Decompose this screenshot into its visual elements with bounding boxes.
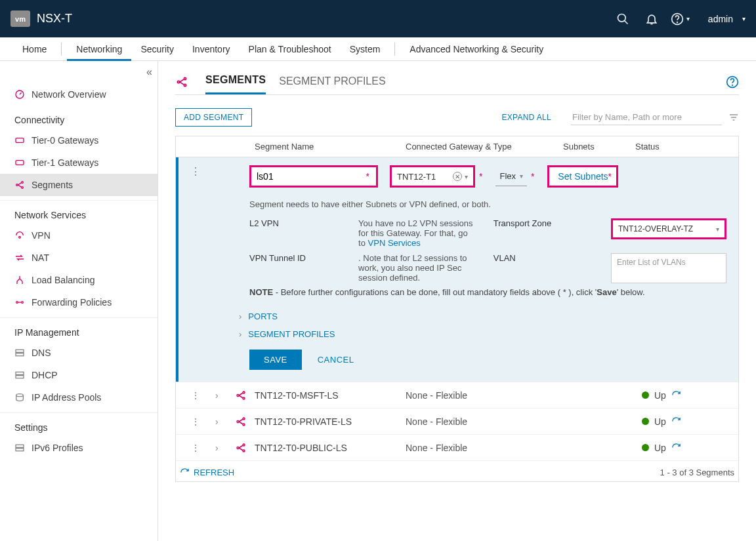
svg-point-8 (22, 182, 24, 184)
l2vpn-label: L2 VPN (249, 218, 339, 248)
sidebar-ip-pools[interactable]: IP Address Pools (0, 386, 158, 409)
nav-advanced[interactable]: Advanced Networking & Security (400, 37, 553, 61)
vlan-input[interactable]: Enter List of VLANs (611, 253, 726, 283)
transport-zone-dropdown[interactable]: TNT12-OVERLAY-TZ ▾ (611, 218, 726, 239)
svg-rect-6 (16, 161, 24, 165)
sidebar-item-label: VPN (32, 230, 51, 241)
row-gateway: None - Flexible (406, 416, 642, 427)
sidebar-group-connectivity: Connectivity (0, 106, 158, 129)
sidebar-nat[interactable]: NAT (0, 247, 158, 269)
bell-icon[interactable] (641, 9, 662, 30)
status-dot-icon (642, 391, 649, 399)
nav-networking[interactable]: Networking (67, 37, 131, 61)
row-actions-icon[interactable]: ⋮ (191, 416, 200, 427)
product-name: NSX-T (37, 12, 72, 26)
l2vpn-text: You have no L2 VPN sessions for this Gat… (358, 218, 474, 248)
sidebar-forwarding-policies[interactable]: Forwarding Policies (0, 291, 158, 313)
clear-gateway-icon[interactable]: ✕ (453, 172, 462, 181)
sidebar-tier0[interactable]: Tier-0 Gateways (0, 129, 158, 151)
svg-rect-13 (16, 350, 24, 352)
nav-home[interactable]: Home (13, 37, 56, 61)
row-expand-icon[interactable]: › (215, 390, 235, 401)
svg-point-35 (243, 444, 245, 446)
row-refresh-icon[interactable] (671, 443, 681, 452)
row-expand-icon[interactable]: › (215, 443, 235, 453)
sidebar-ipv6-profiles[interactable]: IPv6 Profiles (0, 437, 158, 459)
row-expand-icon[interactable]: › (215, 416, 235, 427)
col-status: Status (635, 142, 660, 151)
search-icon[interactable] (612, 9, 633, 30)
help-icon[interactable]: ▾ (670, 9, 691, 30)
nav-inventory[interactable]: Inventory (183, 37, 240, 61)
gateway-dropdown[interactable]: TNT12-T1 ✕ ▾ (390, 165, 475, 188)
sidebar-tier1[interactable]: Tier-1 Gateways (0, 151, 158, 174)
row-refresh-icon[interactable] (671, 416, 681, 426)
segment-profiles-expander[interactable]: ›SEGMENT PROFILES (239, 325, 726, 343)
filter-icon[interactable] (728, 112, 739, 123)
loadbalance-icon (14, 275, 25, 285)
sidebar-network-overview[interactable]: Network Overview (0, 83, 158, 106)
sidebar-load-balancing[interactable]: Load Balancing (0, 269, 158, 291)
svg-point-7 (16, 184, 18, 186)
type-dropdown[interactable]: Flex ▾ (495, 167, 527, 186)
row-status: Up (654, 416, 666, 427)
segments-icon (175, 75, 192, 94)
sidebar-collapse-icon[interactable]: « (146, 66, 152, 78)
row-refresh-icon[interactable] (671, 390, 681, 400)
refresh-button[interactable]: REFRESH (180, 468, 234, 477)
sidebar: « Network Overview Connectivity Tier-0 G… (0, 61, 158, 541)
chevron-down-icon: ▾ (465, 173, 468, 180)
content-tabs: SEGMENTS SEGMENT PROFILES (175, 74, 739, 95)
sidebar-item-label: Segments (32, 180, 73, 190)
sidebar-segments[interactable]: Segments (0, 174, 158, 196)
row-segment-name: TNT12-T0-PRIVATE-LS (255, 416, 406, 427)
table-header: Segment Name Connected Gateway & Type Su… (176, 136, 738, 157)
row-gateway: None - Flexible (406, 443, 642, 453)
add-segment-button[interactable]: ADD SEGMENT (175, 108, 252, 127)
svg-rect-18 (16, 445, 24, 447)
app-header: vm NSX-T ▾ admin ▾ (0, 0, 756, 37)
expand-all-link[interactable]: EXPAND ALL (502, 113, 551, 122)
segment-name-input[interactable] (257, 171, 362, 182)
svg-point-3 (677, 22, 678, 22)
row-gateway: None - Flexible (406, 390, 642, 401)
forwarding-icon (14, 297, 25, 308)
nav-security[interactable]: Security (131, 37, 183, 61)
row-actions-icon[interactable]: ⋮ (191, 390, 200, 401)
save-button[interactable]: SAVE (249, 350, 302, 370)
row-actions-icon[interactable]: ⋮ (191, 443, 200, 453)
svg-point-33 (243, 424, 245, 426)
svg-rect-19 (16, 449, 24, 451)
svg-point-10 (19, 236, 21, 238)
user-menu[interactable]: admin ▾ (708, 14, 746, 24)
tab-segment-profiles[interactable]: SEGMENT PROFILES (279, 75, 385, 94)
nav-plan[interactable]: Plan & Troubleshoot (240, 37, 341, 61)
row-segment-name: TNT12-T0-PUBLIC-LS (255, 443, 406, 453)
required-star: * (608, 171, 611, 182)
svg-point-21 (184, 77, 186, 79)
svg-point-20 (177, 81, 179, 83)
col-gateway: Connected Gateway & Type (406, 142, 563, 151)
filter-input[interactable] (571, 110, 722, 125)
nav-system[interactable]: System (341, 37, 390, 61)
mandatory-note: NOTE - Before further configurations can… (249, 287, 726, 297)
ipv6-icon (14, 443, 25, 453)
row-count: 1 - 3 of 3 Segments (660, 468, 734, 477)
sidebar-dhcp[interactable]: DHCP (0, 364, 158, 386)
context-help-icon[interactable] (726, 75, 739, 94)
sidebar-dns[interactable]: DNS (0, 342, 158, 364)
sidebar-vpn[interactable]: VPN (0, 224, 158, 247)
svg-point-9 (22, 187, 24, 189)
row-segment-name: TNT12-T0-MSFT-LS (255, 390, 406, 401)
ports-expander[interactable]: ›PORTS (239, 308, 726, 325)
row-actions-icon[interactable]: ⋮ (190, 165, 201, 178)
tab-segments[interactable]: SEGMENTS (205, 74, 266, 94)
chevron-down-icon: ▾ (520, 172, 523, 180)
vpn-services-link[interactable]: VPN Services (368, 238, 421, 248)
cancel-button[interactable]: CANCEL (318, 350, 354, 370)
sidebar-item-label: IP Address Pools (32, 392, 101, 403)
svg-point-0 (618, 14, 625, 22)
tier1-icon (14, 157, 25, 168)
vmware-logo: vm (10, 10, 30, 27)
table-row: ⋮ › TNT12-T0-PRIVATE-LS None - Flexible … (176, 408, 738, 434)
